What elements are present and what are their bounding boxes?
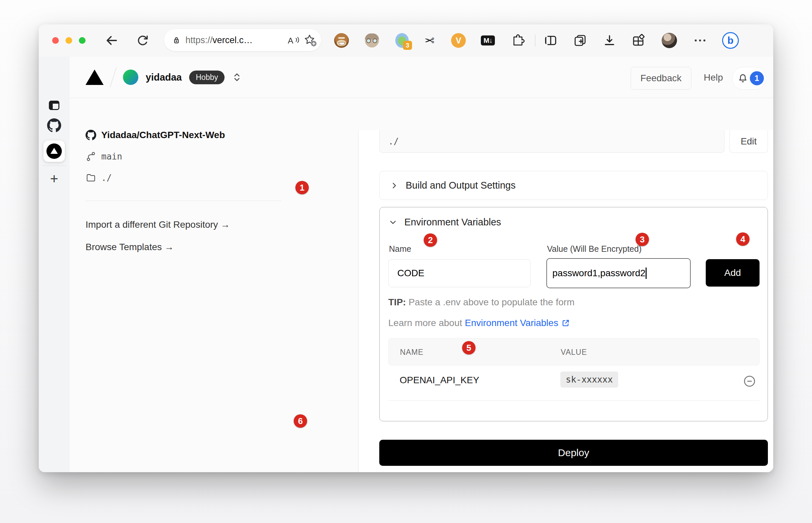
browse-templates-link[interactable]: Browse Templates → [86, 242, 174, 252]
edit-root-directory-button[interactable]: Edit [730, 130, 768, 153]
extension-with-badge-icon[interactable]: 3 [394, 32, 411, 49]
feedback-label: Feedback [641, 73, 682, 84]
env-value-input[interactable]: password1,password2 [546, 258, 691, 288]
text-cursor [646, 268, 647, 279]
github-icon [86, 130, 96, 141]
chevron-right-icon [390, 181, 399, 190]
maximize-window-button[interactable] [79, 37, 86, 44]
plus-icon: + [50, 171, 58, 187]
panel-divider [86, 201, 281, 201]
deploy-label: Deploy [558, 447, 589, 458]
annotation-badge-5: 5 [462, 341, 475, 355]
environment-variables-section: Environment Variables Name Value (Will B… [379, 207, 768, 421]
team-name[interactable]: yidadaa [146, 72, 182, 83]
env-name-input[interactable]: CODE [388, 259, 531, 287]
address-bar[interactable]: https://vercel.c… A [164, 29, 321, 51]
vpn-extension-icon[interactable]: V [450, 32, 467, 49]
extension-badge-count: 3 [403, 41, 412, 50]
back-button[interactable] [103, 33, 120, 49]
env-row-name: OPENAI_API_KEY [400, 375, 479, 385]
edit-label: Edit [740, 136, 757, 147]
add-favorite-star-icon[interactable] [303, 33, 317, 47]
env-docs-link[interactable]: Environment Variables [465, 318, 559, 328]
value-label: Value (Will Be Encrypted) [547, 244, 642, 254]
vercel-page: yidadaa Hobby Feedback Help 1 Yidadaa/Ch… [70, 57, 773, 472]
env-section-title: Environment Variables [404, 217, 501, 228]
collections-button[interactable] [571, 32, 589, 49]
env-row-value: sk-xxxxxx [560, 372, 618, 387]
team-switcher-chevrons-icon[interactable] [232, 71, 242, 84]
annotation-badge-6: 6 [294, 414, 307, 428]
url-text: https://vercel.c… [186, 35, 287, 46]
browser-toolbar: https://vercel.c… A 3 ✂ V [39, 24, 773, 57]
annotation-badge-2: 2 [424, 233, 437, 247]
build-output-settings-section[interactable]: Build and Output Settings [379, 171, 768, 200]
edge-sidebar: + [39, 57, 70, 472]
monkey-icon [334, 33, 349, 48]
root-directory-input[interactable]: ./ [379, 130, 724, 153]
back-arrow-icon [105, 33, 119, 48]
env-table-header: NAME VALUE [388, 338, 759, 365]
face-with-glasses-icon [365, 33, 379, 48]
annotation-badge-4: 4 [736, 232, 750, 246]
help-link[interactable]: Help [704, 72, 723, 83]
external-link-icon[interactable] [561, 318, 570, 328]
split-screen-icon [544, 33, 558, 48]
add-label: Add [724, 268, 741, 278]
browser-essentials-button[interactable] [629, 32, 647, 49]
deploy-button[interactable]: Deploy [379, 440, 768, 466]
sidebar-toggle-button[interactable] [39, 96, 70, 115]
help-label: Help [704, 72, 723, 83]
markdown-icon: M↓ [481, 35, 495, 46]
env-table-row: OPENAI_API_KEY sk-xxxxxx [380, 365, 768, 399]
read-aloud-icon[interactable]: A [287, 35, 300, 45]
import-link-label: Import a different Git Repository → [86, 219, 230, 230]
vercel-logo[interactable] [86, 70, 103, 85]
git-branch-icon [86, 151, 96, 162]
branch-name: main [101, 151, 122, 162]
github-icon [47, 119, 61, 132]
blue-green-circle-icon: 3 [395, 33, 409, 48]
desktop: https://vercel.c… A 3 ✂ V [0, 0, 812, 523]
github-tab-button[interactable] [39, 116, 70, 135]
tampermonkey-extension-icon[interactable] [333, 32, 350, 49]
env-tip: TIP: Paste a .env above to populate the … [388, 297, 574, 308]
settings-menu-button[interactable] [691, 32, 709, 49]
import-different-repo-link[interactable]: Import a different Git Repository → [86, 219, 230, 230]
remove-env-variable-button[interactable] [742, 374, 757, 388]
env-name-value: CODE [397, 268, 424, 278]
notifications-button[interactable]: 1 [732, 67, 766, 90]
lock-icon [171, 35, 182, 45]
bell-icon [737, 72, 749, 84]
extensions-menu-button[interactable] [509, 32, 527, 49]
env-table-header-value: VALUE [561, 348, 587, 357]
env-table-divider [388, 400, 759, 401]
notification-count-badge: 1 [750, 71, 764, 85]
new-tab-button[interactable]: + [39, 169, 70, 188]
root-directory: ./ [101, 173, 112, 183]
repo-name: Yidadaa/ChatGPT-Next-Web [101, 130, 225, 141]
split-screen-button[interactable] [542, 32, 560, 49]
clipper-extension-icon[interactable]: ✂ [421, 32, 438, 49]
branch-info: main [86, 149, 122, 164]
sidebar-divider [42, 165, 66, 166]
downloads-button[interactable] [601, 32, 618, 49]
apps-grid-icon [631, 33, 645, 48]
root-directory-value: ./ [388, 137, 399, 146]
svg-text:A: A [288, 36, 294, 45]
env-section-header[interactable]: Environment Variables [388, 217, 501, 228]
bing-chat-button[interactable]: b [722, 32, 739, 49]
refresh-button[interactable] [134, 33, 150, 49]
persona-extension-icon[interactable] [363, 32, 381, 49]
close-window-button[interactable] [52, 37, 59, 44]
user-avatar [662, 33, 677, 48]
browser-window: https://vercel.c… A 3 ✂ V [39, 24, 773, 472]
markdown-extension-icon[interactable]: M↓ [479, 32, 496, 49]
add-env-variable-button[interactable]: Add [706, 259, 759, 287]
collections-icon [573, 33, 587, 48]
feedback-button[interactable]: Feedback [630, 67, 691, 90]
profile-avatar-button[interactable] [661, 32, 678, 49]
team-avatar[interactable] [123, 70, 138, 85]
minimize-window-button[interactable] [65, 37, 72, 44]
active-tab-vercel[interactable] [43, 141, 65, 162]
